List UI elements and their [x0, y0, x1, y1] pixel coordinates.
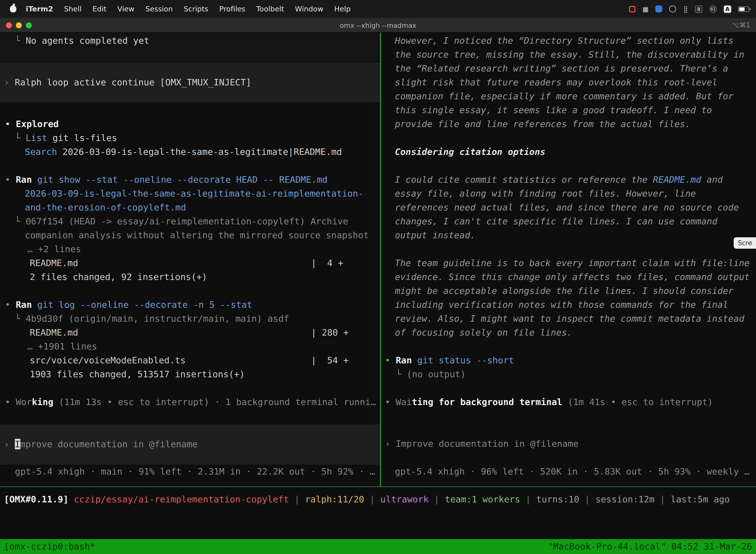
explored-list-cmd: └ List git ls-files [0, 131, 380, 145]
prompt-input[interactable]: › Improve documentation in @filename [0, 437, 380, 451]
menu-view[interactable]: View [112, 0, 140, 18]
menu-iterm2[interactable]: iTerm2 [20, 0, 59, 18]
menu-scripts[interactable]: Scripts [178, 0, 214, 18]
window-title: omx --xhigh --madmax [0, 18, 756, 33]
battery-fill [739, 7, 745, 11]
omx-mode: ultrawork [380, 494, 429, 504]
pane-bottom-border [0, 487, 756, 487]
git-show-output-line-1: └ 067f154 (HEAD -> essay/ai-reimplementa… [0, 214, 380, 228]
ralph-inject-line: › Ralph loop active continue [OMX_TMUX_I… [0, 75, 380, 89]
omx-ralph-counter: ralph:11/20 [305, 494, 364, 504]
omx-last: last:5m ago [671, 494, 730, 504]
bullet-glyph: • [5, 299, 10, 310]
tree-corner-glyph: └ [15, 216, 20, 226]
terminal: └ No agents completed yet › Ralph loop a… [0, 33, 756, 487]
tree-corner-glyph: └ [15, 132, 20, 143]
git-status-command-line: • Ran git status --short [381, 353, 756, 367]
omx-turns: turns:10 [536, 494, 579, 504]
explored-header: • Explored [0, 117, 380, 131]
waiting-status-line: • Waiting for background terminal (1m 41… [381, 395, 756, 409]
dots-grid-status-icon[interactable]: ⣿ [683, 5, 688, 13]
bullet-glyph: • [5, 397, 10, 407]
readme-link: README.md [653, 174, 701, 185]
omx-session: session:12m [595, 494, 654, 504]
git-status-output-line: └ (no output) [381, 367, 756, 381]
prompt-glyph: › [4, 77, 9, 88]
prompt-glyph: › [4, 439, 9, 449]
window-shortcut-badge: ⌥⌘1 [732, 18, 750, 33]
text-cursor: I [15, 439, 20, 449]
ralph-inject-banner: › Ralph loop active continue [OMX_TMUX_I… [0, 63, 380, 102]
omx-branch-path: cczip/essay/ai-reimplementation-copyleft [74, 494, 289, 504]
no-agents-line: └ No agents completed yet [0, 34, 380, 48]
tmux-session-name: [omx-cczip0:bash* [4, 539, 95, 554]
menu-help[interactable]: Help [329, 0, 356, 18]
key-8-status-icon[interactable]: 8 [695, 5, 702, 13]
thought-heading: Considering citation options [395, 145, 756, 159]
menubar-status-icons: ▦ ⣿ 8 61 A [629, 5, 756, 13]
blue-app-status-icon[interactable] [655, 5, 663, 12]
git-log-output-line: └ 4b9d30f (origin/main, instructkr/main,… [0, 312, 380, 326]
model-status-line-right: gpt-5.4 xhigh · 96% left · 520K in · 5.8… [381, 465, 756, 479]
working-status-line: • Working (11m 13s • esc to interrupt) ·… [0, 395, 380, 409]
window-title-bar[interactable]: omx --xhigh --madmax ⌥⌘1 [0, 18, 756, 33]
dark-app-status-icon[interactable] [670, 5, 676, 12]
prompt-glyph: › [385, 438, 390, 449]
git-log-command-line: • Ran git log --oneline --decorate -n 5 … [0, 298, 380, 312]
menu-window[interactable]: Window [290, 0, 329, 18]
git-show-arg-line-1: 2026-03-09-is-legal-the-same-as-legitima… [0, 187, 380, 201]
input-source-icon[interactable]: A [724, 5, 731, 13]
bullet-glyph: • [5, 174, 10, 185]
prompt-input-right[interactable]: › Improve documentation in @filename [381, 437, 756, 451]
apple-menu-icon[interactable] [10, 5, 16, 12]
menu-toolbelt[interactable]: Toolbelt [251, 0, 290, 18]
right-pane[interactable]: However, I noticed the “Directory Struct… [381, 33, 756, 487]
omx-status-bar: [OMX#0.11.9] cczip/essay/ai-reimplementa… [0, 492, 756, 506]
git-log-stat-summary: 1903 files changed, 513517 insertions(+) [0, 367, 380, 381]
left-pane[interactable]: └ No agents completed yet › Ralph loop a… [0, 33, 380, 487]
bullet-glyph: • [385, 397, 390, 407]
assistant-thought-para-2: I could cite commit statistics or refere… [395, 173, 751, 242]
explored-search-cmd: Search 2026-03-09-is-legal-the-same-as-l… [0, 145, 380, 159]
omx-version: [OMX#0.11.9] [4, 494, 68, 504]
git-show-stat-line: README.md| 4 + [0, 256, 380, 270]
percent-61-status-icon[interactable]: 61 [709, 5, 717, 13]
omx-team: team:1 workers [445, 494, 520, 504]
battery-icon[interactable] [738, 6, 749, 12]
menu-session[interactable]: Session [140, 0, 178, 18]
tree-corner-glyph: └ [396, 369, 401, 379]
screen: iTerm2 Shell Edit View Session Scripts P… [0, 0, 756, 554]
git-show-stat-summary: 2 files changed, 92 insertions(+) [0, 270, 380, 284]
git-log-stat-line-2: src/voice/voiceModeEnabled.ts| 54 + [0, 353, 380, 367]
tree-corner-glyph: └ [15, 35, 20, 46]
prompt-input-box[interactable]: › Improve documentation in @filename [0, 425, 380, 465]
git-show-command-line: • Ran git show --stat --oneline --decora… [0, 173, 380, 187]
screen-share-tab[interactable]: Scre [734, 237, 756, 249]
tmux-host-clock: "MacBook-Pro-44.local" 04:52 31-Mar-26 [548, 539, 752, 554]
menu-profiles[interactable]: Profiles [214, 0, 251, 18]
git-show-arg-line-2: and-the-erosion-of-copyleft.md [0, 201, 380, 214]
menu-bar: iTerm2 Shell Edit View Session Scripts P… [0, 0, 756, 18]
tmux-status-bar: [omx-cczip0:bash* "MacBook-Pro-44.local"… [0, 539, 756, 554]
assistant-thought-para-1: However, I noticed the “Directory Struct… [395, 34, 751, 131]
screen-recording-stop-icon[interactable] [629, 6, 635, 12]
git-show-truncation: … +2 lines [0, 242, 380, 256]
tree-corner-glyph: └ [15, 313, 20, 324]
grid-status-icon[interactable]: ▦ [642, 5, 649, 13]
git-log-stat-line-1: README.md| 280 + [0, 326, 380, 340]
git-show-output-line-2: companion analysis without altering the … [0, 228, 380, 242]
model-status-line: gpt-5.4 xhigh · main · 91% left · 2.31M … [0, 465, 380, 479]
bullet-glyph: • [5, 119, 10, 129]
assistant-thought-para-3: The team guideline is to back every impo… [395, 256, 751, 340]
agents-note-block: └ No agents completed yet [0, 33, 380, 61]
bullet-glyph: • [385, 355, 390, 365]
git-log-truncation: … +1901 lines [0, 340, 380, 353]
menu-edit[interactable]: Edit [87, 0, 112, 18]
menu-shell[interactable]: Shell [59, 0, 87, 18]
